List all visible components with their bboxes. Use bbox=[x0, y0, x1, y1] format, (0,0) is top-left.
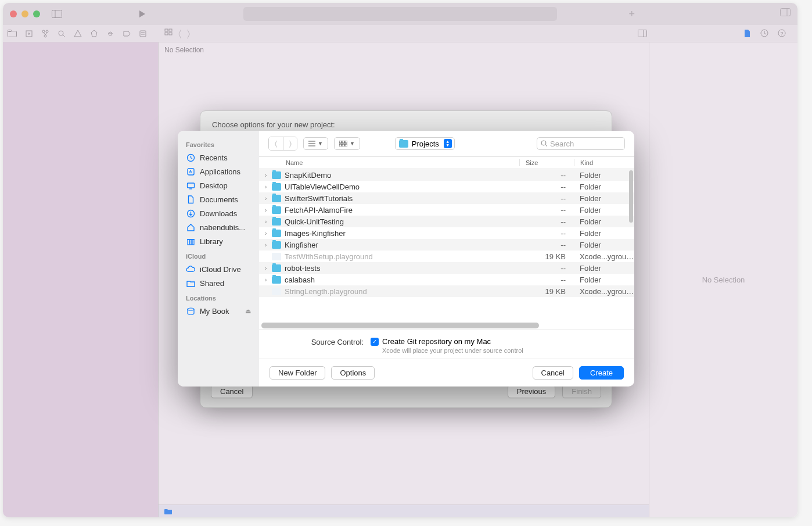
file-size: 19 KB bbox=[519, 252, 574, 261]
table-row[interactable]: ›Images-Kingfisher--Folder bbox=[259, 227, 634, 239]
disclosure-triangle-icon[interactable]: › bbox=[265, 184, 272, 190]
table-row[interactable]: ›SwifterSwiftTutorials--Folder bbox=[259, 192, 634, 204]
folder-icon bbox=[272, 195, 281, 202]
disclosure-triangle-icon[interactable]: › bbox=[265, 277, 272, 283]
sidebar-toggle-icon[interactable] bbox=[52, 10, 62, 18]
sidebar-item-my-book[interactable]: My Book⏏ bbox=[178, 304, 259, 318]
list-view-toggle[interactable]: ▼ bbox=[303, 137, 328, 150]
options-button[interactable]: Options bbox=[331, 366, 375, 380]
table-row[interactable]: ›FetchAPI-AlamoFire--Folder bbox=[259, 204, 634, 216]
file-name: robot-tests bbox=[285, 264, 519, 273]
folder-icon bbox=[272, 230, 281, 237]
sidebar-item-desktop[interactable]: Desktop bbox=[178, 178, 259, 192]
disclosure-triangle-icon[interactable]: › bbox=[265, 172, 272, 178]
table-row[interactable]: ›calabash--Folder bbox=[259, 274, 634, 285]
issue-nav-icon[interactable] bbox=[74, 30, 82, 38]
sidebar-item-applications[interactable]: Applications bbox=[178, 164, 259, 178]
back-icon[interactable]: 〈 bbox=[178, 28, 181, 39]
library-toggle-icon[interactable] bbox=[780, 8, 791, 20]
svg-line-13 bbox=[44, 33, 45, 35]
breakpoint-nav-icon[interactable] bbox=[123, 30, 131, 38]
svg-line-14 bbox=[45, 33, 47, 35]
sidebar-item-nabendubis-[interactable]: nabendubis... bbox=[178, 220, 259, 234]
svg-marker-2 bbox=[139, 10, 145, 17]
run-button[interactable] bbox=[138, 10, 146, 18]
test-nav-icon[interactable] bbox=[90, 30, 98, 38]
debug-nav-icon[interactable] bbox=[106, 30, 114, 38]
table-row[interactable]: ›Quick-UnitTesting--Folder bbox=[259, 216, 634, 227]
table-row[interactable]: ›robot-tests--Folder bbox=[259, 262, 634, 274]
disclosure-triangle-icon[interactable]: › bbox=[265, 230, 272, 237]
table-row[interactable]: ›UITableViewCellDemo--Folder bbox=[259, 181, 634, 192]
disclosure-triangle-icon[interactable]: › bbox=[265, 242, 272, 248]
git-checkbox[interactable]: ✓ bbox=[371, 338, 379, 346]
chevron-down-icon: ▼ bbox=[350, 141, 355, 146]
report-nav-icon[interactable] bbox=[139, 30, 147, 38]
sidebar-item-library[interactable]: Library bbox=[178, 234, 259, 248]
svg-rect-55 bbox=[339, 144, 342, 146]
source-control-nav-icon[interactable] bbox=[25, 30, 33, 38]
column-size[interactable]: Size bbox=[519, 159, 574, 166]
create-button[interactable]: Create bbox=[579, 366, 624, 380]
table-row[interactable]: ›SnapKitDemo--Folder bbox=[259, 169, 634, 181]
help-inspector-icon[interactable]: ? bbox=[778, 29, 786, 38]
forward-icon[interactable]: 〉 bbox=[187, 28, 190, 39]
svg-line-33 bbox=[764, 33, 766, 34]
disclosure-triangle-icon[interactable]: › bbox=[265, 219, 272, 225]
activity-field[interactable] bbox=[243, 7, 557, 21]
folder-icon bbox=[272, 276, 281, 284]
svg-rect-45 bbox=[190, 239, 192, 245]
sidebar-item-label: iCloud Drive bbox=[200, 265, 241, 274]
file-kind: Folder bbox=[574, 183, 634, 191]
close-window-button[interactable] bbox=[10, 10, 17, 17]
navigator-toolbar: 〈 〉 ? bbox=[3, 25, 797, 42]
disclosure-triangle-icon[interactable]: › bbox=[265, 195, 272, 202]
scrollbar-thumb[interactable] bbox=[629, 170, 633, 223]
table-row[interactable]: TestWithSetup.playground19 KBXcode...ygr… bbox=[259, 251, 634, 262]
cancel-button[interactable]: Cancel bbox=[533, 366, 573, 380]
folder-nav-icon[interactable] bbox=[8, 30, 17, 38]
location-popup[interactable]: Projects ▲▼ bbox=[395, 137, 455, 150]
file-list[interactable]: ›SnapKitDemo--Folder›UITableViewCellDemo… bbox=[259, 169, 634, 323]
file-kind: Xcode...yground bbox=[574, 287, 634, 296]
svg-point-11 bbox=[46, 30, 48, 33]
file-name: Kingfisher bbox=[285, 241, 519, 249]
sidebar-item-icloud-drive[interactable]: iCloud Drive bbox=[178, 262, 259, 276]
chevron-down-icon: ▼ bbox=[318, 141, 323, 146]
search-field[interactable]: Search bbox=[537, 137, 625, 150]
table-row[interactable]: StringLength.playground19 KBXcode...ygro… bbox=[259, 285, 634, 297]
dialog-footer: New Folder Options Cancel Create bbox=[259, 359, 634, 387]
zoom-window-button[interactable] bbox=[33, 10, 40, 17]
symbol-nav-icon[interactable] bbox=[41, 30, 49, 38]
file-kind: Xcode...yground bbox=[574, 252, 634, 261]
related-items-icon[interactable] bbox=[164, 28, 173, 39]
svg-rect-27 bbox=[165, 33, 168, 35]
forward-button[interactable]: 〉 bbox=[283, 137, 297, 150]
new-folder-button[interactable]: New Folder bbox=[270, 366, 325, 380]
column-kind[interactable]: Kind bbox=[574, 159, 634, 166]
minimize-window-button[interactable] bbox=[21, 10, 28, 17]
add-button[interactable]: + bbox=[628, 8, 635, 20]
history-inspector-icon[interactable] bbox=[760, 29, 768, 38]
eject-icon[interactable]: ⏏ bbox=[245, 307, 251, 315]
disclosure-triangle-icon[interactable]: › bbox=[265, 207, 272, 213]
disclosure-triangle-icon[interactable]: › bbox=[265, 265, 272, 271]
sidebar-item-recents[interactable]: Recents bbox=[178, 151, 259, 164]
back-button[interactable]: 〈 bbox=[269, 137, 283, 150]
sidebar-item-documents[interactable]: Documents bbox=[178, 192, 259, 206]
sidebar-item-shared[interactable]: Shared bbox=[178, 276, 259, 290]
column-name[interactable]: Name bbox=[259, 159, 519, 166]
find-nav-icon[interactable] bbox=[58, 30, 66, 38]
group-toggle[interactable]: ▼ bbox=[334, 137, 360, 150]
location-stepper-icon: ▲▼ bbox=[444, 139, 452, 148]
horizontal-scrollbar-thumb[interactable] bbox=[261, 323, 539, 328]
sidebar-item-downloads[interactable]: Downloads bbox=[178, 206, 259, 220]
file-inspector-icon[interactable] bbox=[743, 29, 751, 38]
table-row[interactable]: ›Kingfisher--Folder bbox=[259, 239, 634, 251]
svg-rect-53 bbox=[342, 141, 344, 143]
sidebar-section-header: iCloud bbox=[178, 248, 259, 262]
sidebar-item-label: nabendubis... bbox=[200, 223, 245, 232]
folder-icon bbox=[272, 183, 281, 191]
editor-layout-icon[interactable] bbox=[638, 30, 647, 37]
svg-rect-44 bbox=[188, 239, 189, 245]
